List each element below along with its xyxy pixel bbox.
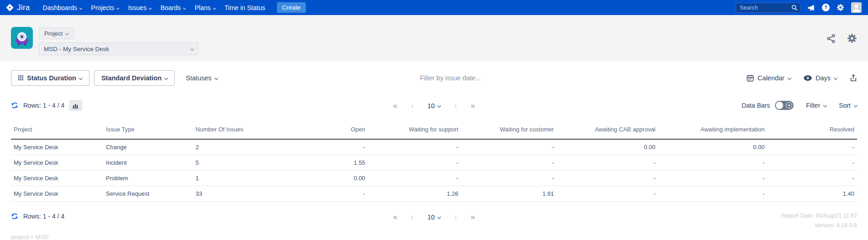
- share-icon[interactable]: [826, 34, 836, 43]
- table-cell: -: [277, 186, 368, 202]
- pagination-last-button[interactable]: »: [471, 213, 475, 221]
- nav-item-label: Dashboards: [43, 4, 78, 11]
- column-header-issue-type[interactable]: Issue Type: [103, 122, 193, 139]
- project-avatar: [11, 27, 33, 49]
- eye-icon: [804, 75, 812, 81]
- table-cell: -: [277, 139, 368, 155]
- chart-view-button[interactable]: [69, 100, 82, 111]
- column-header-resolved[interactable]: Resolved: [767, 122, 857, 139]
- calendar-dropdown[interactable]: Calendar: [747, 74, 791, 82]
- table-cell: Problem: [103, 171, 193, 186]
- sort-dropdown[interactable]: Sort: [839, 102, 857, 109]
- calculation-dropdown[interactable]: Standard Deviation: [94, 70, 175, 86]
- jira-logo[interactable]: Jira: [5, 3, 30, 12]
- table-cell: My Service Desk: [11, 171, 103, 186]
- report-type-dropdown[interactable]: Status Duration: [11, 70, 89, 86]
- pagination-next-button[interactable]: ›: [455, 102, 457, 110]
- rows-count-label: Rows: 1 - 4 / 4: [23, 102, 64, 109]
- page-size-select[interactable]: 10: [427, 102, 440, 109]
- toggle-x-icon: ×: [786, 102, 792, 109]
- gadget-settings-gear-icon[interactable]: [847, 33, 857, 43]
- pagination-last-button[interactable]: »: [471, 102, 475, 110]
- pagination-bottom: « ‹ 10 › »: [393, 213, 475, 221]
- report-date-label: Report Date: 04/Aug/21 11:57: [782, 211, 857, 221]
- announcements-icon[interactable]: [807, 4, 815, 11]
- table-cell: -: [368, 171, 461, 186]
- table-cell: 5: [193, 155, 277, 171]
- nav-item-label: Issues: [128, 4, 146, 11]
- column-header-number-of-issues[interactable]: Number Of Issues: [193, 122, 277, 139]
- calendar-label: Calendar: [758, 74, 784, 82]
- help-icon[interactable]: ?: [822, 4, 830, 11]
- pagination-top: « ‹ 10 › »: [393, 102, 475, 110]
- nav-item-issues[interactable]: Issues: [128, 4, 152, 11]
- user-avatar[interactable]: [851, 2, 862, 13]
- chevron-down-icon: [65, 31, 69, 35]
- navbar: Jira DashboardsProjectsIssuesBoardsPlans…: [0, 0, 868, 15]
- chevron-down-icon: [214, 76, 218, 79]
- nav-item-label: Plans: [195, 4, 211, 11]
- table-cell: -: [368, 139, 461, 155]
- nav-item-time-in-status[interactable]: Time in Status: [225, 4, 265, 11]
- jira-logo-icon: [5, 3, 14, 12]
- table-cell: -: [658, 171, 767, 186]
- report-type-label: Status Duration: [27, 74, 76, 82]
- column-header-open[interactable]: Open: [277, 122, 368, 139]
- scope-dropdown-label: Project: [44, 30, 63, 37]
- results-table-body: My Service DeskChange2---0.000.00-My Ser…: [11, 139, 857, 202]
- nav-item-dashboards[interactable]: Dashboards: [43, 4, 82, 11]
- table-cell: -: [557, 155, 658, 171]
- time-unit-dropdown[interactable]: Days: [804, 74, 837, 82]
- chevron-down-icon: [190, 47, 194, 51]
- navbar-search: [736, 3, 800, 13]
- report-toolbar: Status Duration Standard Deviation Statu…: [0, 70, 868, 86]
- table-cell: Service Request: [103, 186, 193, 202]
- data-bars-toggle[interactable]: ×: [775, 101, 794, 110]
- results-table: ProjectIssue TypeNumber Of IssuesOpenWai…: [11, 122, 857, 202]
- scope-dropdown[interactable]: Project: [39, 27, 74, 39]
- chevron-down-icon: [437, 215, 441, 219]
- page-size-select[interactable]: 10: [427, 213, 440, 220]
- table-cell: 0.00: [658, 139, 767, 155]
- nav-item-boards[interactable]: Boards: [161, 4, 186, 11]
- export-icon[interactable]: [850, 74, 857, 82]
- table-cell: -: [461, 155, 557, 171]
- jql-query-text: project = MSD: [11, 234, 868, 240]
- column-header-waiting-for-support[interactable]: Waiting for support: [368, 122, 461, 139]
- pagination-first-button[interactable]: «: [393, 102, 397, 110]
- pagination-prev-button[interactable]: ‹: [411, 213, 414, 221]
- search-input[interactable]: [736, 3, 800, 13]
- nav-item-plans[interactable]: Plans: [195, 4, 216, 11]
- pagination-next-button[interactable]: ›: [455, 213, 457, 221]
- column-header-waiting-for-customer[interactable]: Waiting for customer: [461, 122, 557, 139]
- pagination-first-button[interactable]: «: [393, 213, 397, 221]
- pagination-prev-button[interactable]: ‹: [411, 102, 414, 110]
- refresh-icon[interactable]: [11, 102, 18, 109]
- table-row: My Service DeskChange2---0.000.00-: [11, 139, 857, 155]
- settings-gear-icon[interactable]: [837, 4, 844, 11]
- column-header-project[interactable]: Project: [11, 122, 103, 139]
- column-header-awaiting-cab-approval[interactable]: Awaiting CAB approval: [557, 122, 658, 139]
- calculation-label: Standard Deviation: [101, 74, 162, 82]
- column-header-awaiting-implementation[interactable]: Awaiting implementation: [658, 122, 767, 139]
- bar-chart-icon: [73, 103, 79, 109]
- project-header: Project MSD - My Service Desk: [0, 15, 868, 62]
- project-select[interactable]: MSD - My Service Desk: [39, 42, 199, 55]
- table-cell: 2: [193, 139, 277, 155]
- chevron-down-icon: [437, 104, 441, 107]
- table-cell: Incident: [103, 155, 193, 171]
- chevron-down-icon: [164, 76, 168, 79]
- issue-date-filter[interactable]: Filter by issue date...: [420, 74, 481, 82]
- sort-label: Sort: [839, 102, 851, 109]
- table-cell: -: [368, 155, 461, 171]
- nav-item-projects[interactable]: Projects: [91, 4, 119, 11]
- filter-dropdown[interactable]: Filter: [806, 102, 826, 109]
- chevron-down-icon: [149, 6, 152, 9]
- statuses-dropdown[interactable]: Statuses: [186, 74, 217, 82]
- create-button[interactable]: Create: [277, 2, 306, 13]
- time-unit-label: Days: [816, 74, 831, 82]
- chevron-down-icon: [183, 6, 186, 9]
- table-cell: 1.55: [277, 155, 368, 171]
- refresh-icon[interactable]: [11, 213, 18, 220]
- filter-label: Filter: [806, 102, 820, 109]
